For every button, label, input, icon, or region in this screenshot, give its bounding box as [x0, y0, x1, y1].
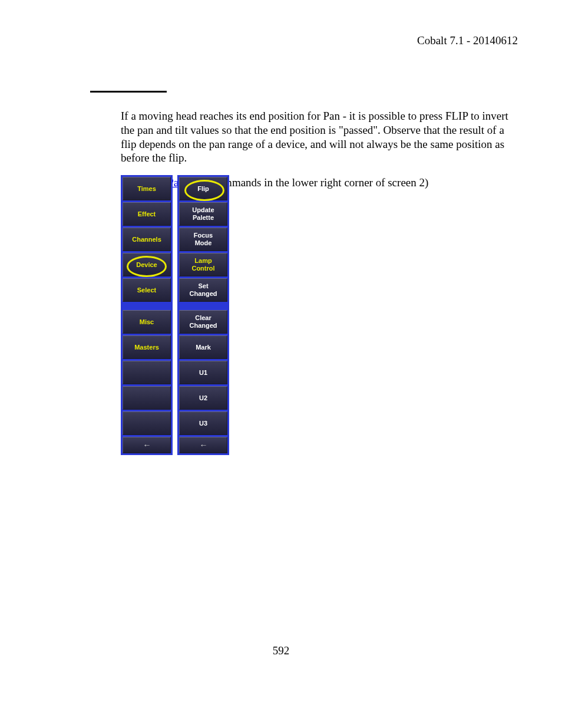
header-text: Cobalt 7.1 - 20140612 — [417, 34, 518, 47]
softkey-blank3[interactable] — [123, 411, 171, 435]
softkey-device[interactable]: Device — [123, 253, 171, 276]
softkey-flip[interactable]: Flip — [179, 177, 227, 200]
softkey-lamp-control[interactable]: Lamp Control — [179, 253, 227, 276]
softkey-focus-mode[interactable]: Focus Mode — [179, 228, 227, 251]
softkey-column-2: FlipUpdate PaletteFocus ModeLamp Control… — [177, 175, 229, 455]
softkey-label: Device — [136, 261, 157, 269]
softkey-select[interactable]: Select — [123, 278, 171, 302]
arrow-left-icon: ← — [200, 440, 207, 450]
softkey-u3[interactable]: U3 — [179, 411, 227, 435]
softkey-times[interactable]: Times — [123, 177, 171, 200]
softkey-masters[interactable]: Masters — [123, 335, 171, 359]
softkey-label: Select — [137, 286, 156, 294]
softkey-label: Channels — [132, 236, 161, 243]
softkey-effect[interactable]: Effect — [123, 202, 171, 226]
softkey-label: Misc — [140, 318, 154, 326]
softkey-label: Masters — [134, 344, 159, 351]
document-page: Cobalt 7.1 - 20140612 If a moving head r… — [0, 0, 562, 728]
softkey-back1[interactable]: ← — [123, 437, 171, 453]
softkey-set-changed[interactable]: Set Changed — [179, 278, 227, 302]
softkey-spacer2 — [179, 304, 227, 308]
softkey-label: Clear Changed — [189, 314, 217, 329]
softkey-label: Flip — [197, 185, 209, 193]
softkey-label: U1 — [199, 369, 207, 377]
softkey-column-1: TimesEffectChannelsDeviceSelectMiscMaste… — [121, 175, 173, 455]
softkey-blank1[interactable] — [123, 361, 171, 384]
softkey-label: Lamp Control — [191, 257, 214, 272]
softkey-label: U3 — [199, 420, 207, 427]
horizontal-rule — [90, 91, 167, 93]
softkey-panel: TimesEffectChannelsDeviceSelectMiscMaste… — [121, 175, 229, 455]
softkey-blank2[interactable] — [123, 386, 171, 410]
softkey-channels[interactable]: Channels — [123, 228, 171, 251]
softkey-clear-changed[interactable]: Clear Changed — [179, 310, 227, 334]
softkey-mark[interactable]: Mark — [179, 335, 227, 359]
paragraph-1: If a moving head reaches its end positio… — [121, 109, 515, 165]
softkey-label: Effect — [138, 210, 156, 218]
softkey-label: Mark — [196, 344, 211, 351]
page-number: 592 — [0, 644, 562, 657]
softkey-u1[interactable]: U1 — [179, 361, 227, 384]
softkey-u2[interactable]: U2 — [179, 386, 227, 410]
softkey-label: Update Palette — [192, 206, 214, 221]
softkey-update-palette[interactable]: Update Palette — [179, 202, 227, 226]
softkey-label: U2 — [199, 394, 207, 402]
softkey-back2[interactable]: ← — [179, 437, 227, 453]
softkey-label: Times — [137, 185, 156, 193]
softkey-label: Focus Mode — [194, 232, 213, 246]
softkey-label: Set Changed — [189, 282, 217, 297]
softkey-misc[interactable]: Misc — [123, 310, 171, 334]
arrow-left-icon: ← — [143, 440, 151, 450]
softkey-spacer1 — [123, 304, 171, 308]
